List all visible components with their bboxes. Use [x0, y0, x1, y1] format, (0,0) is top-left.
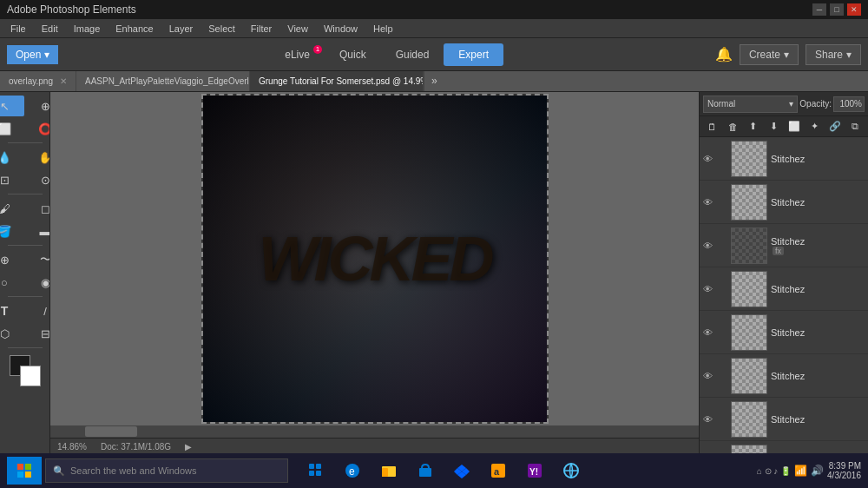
- horizontal-scrollbar[interactable]: [50, 425, 699, 438]
- tool-separator-5: [8, 347, 43, 348]
- new-layer-button[interactable]: 🗒: [703, 118, 722, 135]
- layer-row[interactable]: 👁 Stitchez: [700, 137, 868, 181]
- zoom-level: 14.86%: [57, 442, 87, 452]
- layer-name: Stitchez: [771, 284, 865, 294]
- layer-visibility-icon[interactable]: 👁: [703, 154, 715, 164]
- layer-thumbnail: [731, 141, 767, 177]
- layer-up-button[interactable]: ⬆: [744, 118, 763, 135]
- clone-stamp-tool[interactable]: ⊕: [0, 249, 24, 270]
- paint-bucket-tool[interactable]: 🪣: [0, 221, 24, 241]
- layer-down-button[interactable]: ⬇: [765, 118, 784, 135]
- blend-mode-select[interactable]: Normal ▾: [703, 96, 798, 113]
- layer-link-button[interactable]: 🔗: [825, 118, 845, 135]
- spot-heal-tool[interactable]: ⊙: [25, 169, 50, 190]
- maximize-button[interactable]: □: [830, 3, 844, 16]
- top-right-actions: 🔔 Create ▾ Share ▾: [715, 44, 861, 65]
- yahoo-icon[interactable]: Y!: [517, 457, 552, 485]
- layer-merge-button[interactable]: ⧉: [846, 118, 865, 135]
- shape-tool[interactable]: ⬡: [0, 323, 24, 344]
- close-tab-1[interactable]: ✕: [60, 76, 67, 86]
- tool-separator-2: [8, 194, 43, 195]
- elive-badge: 1: [313, 45, 322, 54]
- menu-help[interactable]: Help: [366, 22, 400, 36]
- dodge-tool[interactable]: ○: [0, 272, 24, 293]
- internet-icon[interactable]: [554, 457, 589, 485]
- adjustment-layer-button[interactable]: ✦: [806, 118, 825, 135]
- layer-visibility-icon[interactable]: 👁: [703, 327, 715, 338]
- canvas-area: WICKED 14.86% Doc: 37.1M/1.08G ▶: [50, 92, 699, 455]
- file-tab-1[interactable]: overlay.png ✕: [0, 71, 76, 91]
- taskbar: 🔍 Search the web and Windows e: [0, 453, 868, 488]
- minimize-button[interactable]: ─: [812, 3, 826, 16]
- layer-row[interactable]: 👁 Stitchez: [700, 267, 868, 311]
- file-explorer-icon[interactable]: [372, 457, 406, 485]
- color-swatches: [10, 355, 41, 386]
- layer-visibility-icon[interactable]: 👁: [703, 197, 715, 208]
- gradient-tool[interactable]: ▬: [25, 221, 50, 241]
- dropbox-icon[interactable]: [444, 457, 479, 485]
- menu-view[interactable]: View: [280, 22, 315, 36]
- share-button[interactable]: Share ▾: [806, 44, 861, 65]
- eraser-tool[interactable]: ◻: [25, 198, 50, 219]
- menu-layer[interactable]: Layer: [162, 22, 201, 36]
- layer-row[interactable]: 👁 Stitchez: [700, 354, 868, 398]
- tab-expert[interactable]: Expert: [444, 43, 503, 66]
- text-tool[interactable]: T: [0, 300, 24, 321]
- more-tabs-button[interactable]: »: [424, 71, 444, 91]
- close-button[interactable]: ✕: [847, 3, 861, 16]
- opacity-input[interactable]: [833, 96, 865, 112]
- menu-image[interactable]: Image: [67, 22, 108, 36]
- brush-tool[interactable]: 🖌: [0, 198, 24, 219]
- line-tool[interactable]: /: [25, 300, 50, 321]
- file-tab-3[interactable]: Grunge Tutorial For Somerset.psd @ 14.9%…: [250, 71, 424, 91]
- menu-select[interactable]: Select: [201, 22, 242, 36]
- amazon-icon[interactable]: a: [481, 457, 516, 485]
- eyedropper-tool[interactable]: 💧: [0, 147, 24, 168]
- layer-row[interactable]: 👁 Stitchez fx: [700, 224, 868, 267]
- tab-guided[interactable]: Guided: [381, 43, 444, 66]
- svg-rect-11: [382, 468, 388, 477]
- layer-visibility-icon[interactable]: 👁: [703, 414, 715, 425]
- smudge-tool[interactable]: 〜: [25, 249, 50, 270]
- task-view-icon[interactable]: [299, 457, 333, 485]
- menu-file[interactable]: File: [3, 22, 33, 36]
- menu-edit[interactable]: Edit: [35, 22, 65, 36]
- clock-date: 4/3/2016: [827, 471, 861, 480]
- tab-elive[interactable]: eLive 1: [270, 43, 325, 66]
- edge-icon[interactable]: e: [335, 457, 370, 485]
- layer-row[interactable]: 👁 Stitchez: [700, 181, 868, 224]
- canvas-container[interactable]: WICKED: [50, 92, 699, 425]
- store-icon[interactable]: [408, 457, 443, 485]
- file-tab-2[interactable]: AASPN_ArtPlayPaletteViaggio_EdgeOverlay.…: [76, 71, 250, 91]
- transform-tool[interactable]: ⊟: [25, 323, 50, 344]
- menu-enhance[interactable]: Enhance: [108, 22, 160, 36]
- notifications-icon[interactable]: 🔔: [715, 46, 733, 63]
- burn-tool[interactable]: ◉: [25, 272, 50, 293]
- lasso-tool[interactable]: ⭕: [25, 118, 50, 139]
- scroll-thumb-x[interactable]: [85, 426, 137, 437]
- create-button[interactable]: Create ▾: [740, 44, 799, 65]
- layer-row[interactable]: 👁 Stitchez: [700, 398, 868, 441]
- layer-visibility-icon[interactable]: 👁: [703, 371, 715, 381]
- layer-visibility-icon[interactable]: 👁: [703, 284, 715, 294]
- crop-tool[interactable]: ⊡: [0, 169, 24, 190]
- open-button[interactable]: Open ▾: [7, 45, 58, 64]
- network-icon[interactable]: 📶: [794, 465, 807, 477]
- svg-text:e: e: [349, 465, 355, 478]
- menu-filter[interactable]: Filter: [244, 22, 279, 36]
- layer-row[interactable]: 👁 Stitchez: [700, 311, 868, 354]
- layer-mask-button[interactable]: ⬜: [785, 118, 804, 135]
- move-tool[interactable]: ↖: [0, 96, 24, 116]
- volume-icon[interactable]: 🔊: [811, 465, 824, 477]
- menu-window[interactable]: Window: [317, 22, 365, 36]
- hand-tool[interactable]: ✋: [25, 147, 50, 168]
- taskbar-search[interactable]: 🔍 Search the web and Windows: [45, 458, 288, 483]
- zoom-tool[interactable]: ⊕: [25, 96, 50, 116]
- rectangular-marquee-tool[interactable]: ⬜: [0, 118, 24, 139]
- delete-layer-button[interactable]: 🗑: [724, 118, 743, 135]
- layer-name: Stitchez: [771, 327, 865, 338]
- tab-quick[interactable]: Quick: [325, 43, 381, 66]
- background-color[interactable]: [20, 366, 41, 386]
- start-button[interactable]: [7, 457, 42, 485]
- layer-visibility-icon[interactable]: 👁: [703, 241, 715, 251]
